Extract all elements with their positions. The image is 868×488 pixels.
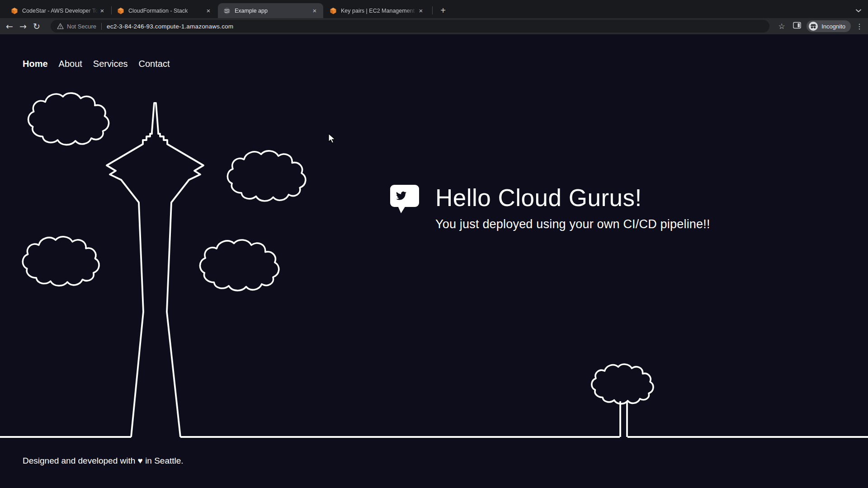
- forward-icon[interactable]: →: [16, 21, 30, 31]
- tab-close-icon[interactable]: ×: [98, 7, 106, 15]
- nav-link-about[interactable]: About: [59, 59, 82, 69]
- hero-section: Hello Cloud Gurus! You just deployed usi…: [390, 185, 710, 231]
- seattle-line-art: [0, 34, 868, 488]
- omnibox-separator: [101, 23, 102, 30]
- site-nav: Home About Services Contact: [23, 59, 170, 69]
- twitter-icon: [390, 185, 419, 215]
- space-needle-drawing: [107, 103, 203, 437]
- reload-icon[interactable]: ↻: [30, 21, 43, 31]
- tab-strip: CodeStar - AWS Developer Too × CloudForm…: [0, 0, 868, 18]
- cloud-drawing: [227, 151, 306, 201]
- tab-close-icon[interactable]: ×: [311, 7, 319, 15]
- incognito-icon: [808, 21, 818, 31]
- tab-title: Key pairs | EC2 Management C: [341, 8, 417, 14]
- nav-link-home[interactable]: Home: [23, 59, 48, 69]
- tab-title: CodeStar - AWS Developer Too: [22, 8, 98, 14]
- incognito-label: Incognito: [821, 23, 845, 30]
- tab-close-icon[interactable]: ×: [204, 7, 212, 15]
- warning-triangle-icon: [57, 23, 64, 29]
- cloud-drawing: [200, 240, 278, 291]
- tab-codestar[interactable]: CodeStar - AWS Developer Too ×: [5, 3, 111, 18]
- new-tab-button[interactable]: +: [437, 4, 449, 17]
- webpage-content: Home About Services Contact Hello Cloud …: [0, 34, 868, 488]
- tab-cloudformation[interactable]: CloudFormation - Stack ×: [112, 3, 217, 18]
- tab-key-pairs[interactable]: Key pairs | EC2 Management C ×: [324, 3, 429, 18]
- security-chip-label: Not Secure: [67, 23, 96, 30]
- tab-example-app[interactable]: Example app ×: [218, 3, 323, 18]
- side-panel-icon[interactable]: [791, 22, 803, 31]
- hero-subtitle: You just deployed using your own CI/CD p…: [435, 217, 710, 231]
- cloud-drawing: [28, 93, 109, 145]
- url-text: ec2-3-84-246-93.compute-1.amazonaws.com: [107, 23, 233, 30]
- tree-trunk-drawing: [620, 401, 627, 437]
- mouse-cursor: [328, 133, 337, 144]
- browser-menu-icon[interactable]: ⋮: [854, 22, 864, 31]
- security-chip[interactable]: Not Secure: [57, 23, 96, 30]
- tree-canopy-drawing: [592, 364, 653, 404]
- tab-title: Example app: [235, 8, 311, 14]
- address-bar[interactable]: Not Secure ec2-3-84-246-93.compute-1.ama…: [51, 20, 769, 33]
- browser-toolbar: ← → ↻ Not Secure ec2-3-84-246-93.compute…: [0, 18, 868, 34]
- tab-separator: [432, 6, 433, 14]
- cloud-drawing: [23, 237, 99, 286]
- footer-text: Designed and developed with ♥ in Seattle…: [23, 456, 184, 466]
- globe-icon: [223, 7, 231, 14]
- aws-cube-icon: [117, 7, 124, 14]
- nav-link-contact[interactable]: Contact: [139, 59, 170, 69]
- aws-cube-icon: [11, 7, 18, 14]
- tab-close-icon[interactable]: ×: [417, 7, 425, 15]
- aws-cube-icon: [330, 7, 337, 14]
- incognito-badge: Incognito: [807, 20, 851, 32]
- hero-title: Hello Cloud Gurus!: [435, 185, 710, 211]
- tab-search-chevron-icon[interactable]: [855, 6, 862, 14]
- tab-title: CloudFormation - Stack: [128, 8, 204, 14]
- nav-link-services[interactable]: Services: [93, 59, 128, 69]
- bookmark-star-icon[interactable]: ☆: [776, 22, 788, 31]
- back-icon[interactable]: ←: [3, 21, 16, 31]
